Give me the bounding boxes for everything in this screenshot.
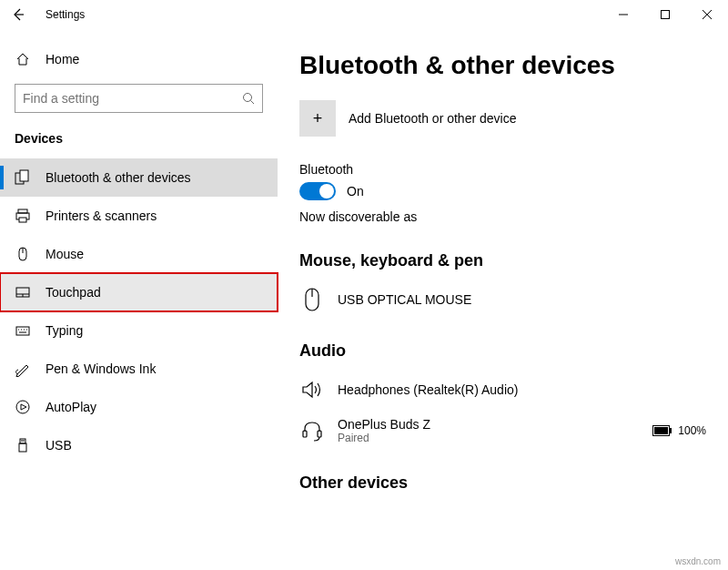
plus-icon: +: [299, 100, 336, 137]
svg-rect-17: [654, 427, 668, 434]
svg-rect-6: [19, 218, 26, 222]
page-title: Bluetooth & other devices: [299, 51, 706, 80]
device-name: USB OPTICAL MOUSE: [338, 292, 706, 307]
sidebar: Home Devices Bluetooth & other devices P…: [0, 29, 278, 570]
device-row[interactable]: OnePlus Buds Z Paired 100%: [299, 410, 706, 452]
svg-rect-4: [18, 209, 27, 213]
device-name: OnePlus Buds Z: [338, 417, 640, 432]
svg-rect-3: [20, 170, 28, 181]
svg-rect-12: [19, 443, 26, 452]
window-title: Settings: [46, 8, 85, 21]
home-nav[interactable]: Home: [0, 44, 278, 75]
device-status: Paired: [338, 432, 640, 444]
minimize-icon: [619, 10, 628, 19]
sidebar-item-mouse[interactable]: Mouse: [0, 235, 278, 273]
main-content: Bluetooth & other devices + Add Bluetoot…: [278, 29, 728, 570]
section-title-other: Other devices: [299, 473, 706, 493]
minimize-button[interactable]: [602, 0, 644, 29]
home-icon: [15, 51, 31, 67]
headset-icon: [299, 418, 325, 443]
mouse-icon: [15, 246, 31, 262]
svg-point-1: [244, 94, 252, 102]
autoplay-icon: [15, 399, 31, 415]
sidebar-item-touchpad[interactable]: Touchpad: [0, 273, 278, 311]
sidebar-item-label: Pen & Windows Ink: [46, 361, 156, 376]
sidebar-item-typing[interactable]: Typing: [0, 311, 278, 350]
home-label: Home: [46, 52, 79, 66]
maximize-button[interactable]: [644, 0, 686, 29]
svg-rect-15: [318, 431, 321, 437]
pen-icon: [15, 361, 31, 377]
bluetooth-toggle[interactable]: [299, 182, 336, 200]
device-row[interactable]: Headphones (Realtek(R) Audio): [299, 370, 706, 410]
device-row[interactable]: USB OPTICAL MOUSE: [299, 280, 706, 320]
sidebar-item-label: AutoPlay: [46, 400, 96, 414]
sidebar-item-label: Mouse: [46, 247, 84, 261]
toggle-state: On: [347, 184, 364, 198]
speaker-icon: [299, 377, 325, 402]
sidebar-item-label: Printers & scanners: [46, 209, 157, 223]
keyboard-icon: [15, 322, 31, 339]
svg-rect-11: [20, 439, 25, 443]
back-button[interactable]: [7, 4, 29, 25]
sidebar-section-label: Devices: [0, 126, 278, 158]
printer-icon: [15, 208, 31, 224]
add-device-label: Add Bluetooth or other device: [349, 111, 516, 126]
titlebar: Settings: [0, 0, 728, 29]
sidebar-item-label: Bluetooth & other devices: [46, 170, 191, 185]
sidebar-item-bluetooth[interactable]: Bluetooth & other devices: [0, 158, 278, 197]
section-title-mouse: Mouse, keyboard & pen: [299, 251, 706, 270]
svg-rect-9: [16, 327, 29, 335]
discoverable-status: Now discoverable as: [299, 209, 706, 224]
sidebar-item-pen[interactable]: Pen & Windows Ink: [0, 350, 278, 388]
battery-indicator: 100%: [652, 424, 706, 437]
usb-icon: [15, 437, 31, 453]
sidebar-item-autoplay[interactable]: AutoPlay: [0, 388, 278, 426]
sidebar-item-label: Typing: [46, 323, 83, 338]
battery-percent: 100%: [678, 424, 706, 437]
touchpad-icon: [15, 284, 31, 300]
close-button[interactable]: [686, 0, 728, 29]
svg-rect-18: [670, 428, 672, 433]
device-name: Headphones (Realtek(R) Audio): [338, 382, 706, 397]
close-icon: [703, 10, 712, 19]
search-input[interactable]: [23, 91, 242, 106]
search-box[interactable]: [15, 84, 263, 113]
add-device-button[interactable]: + Add Bluetooth or other device: [299, 100, 706, 137]
bluetooth-label: Bluetooth: [299, 162, 706, 177]
mouse-device-icon: [299, 287, 325, 312]
sidebar-item-label: Touchpad: [46, 285, 101, 300]
watermark: wsxdn.com: [675, 556, 721, 566]
sidebar-item-usb[interactable]: USB: [0, 426, 278, 464]
bluetooth-devices-icon: [15, 169, 31, 186]
back-arrow-icon: [11, 7, 25, 22]
sidebar-item-printers[interactable]: Printers & scanners: [0, 197, 278, 235]
svg-rect-0: [662, 11, 670, 19]
maximize-icon: [661, 10, 670, 19]
sidebar-item-label: USB: [46, 438, 72, 453]
section-title-audio: Audio: [299, 341, 706, 361]
battery-icon: [652, 425, 672, 436]
svg-rect-14: [303, 431, 307, 437]
search-icon: [242, 92, 255, 105]
